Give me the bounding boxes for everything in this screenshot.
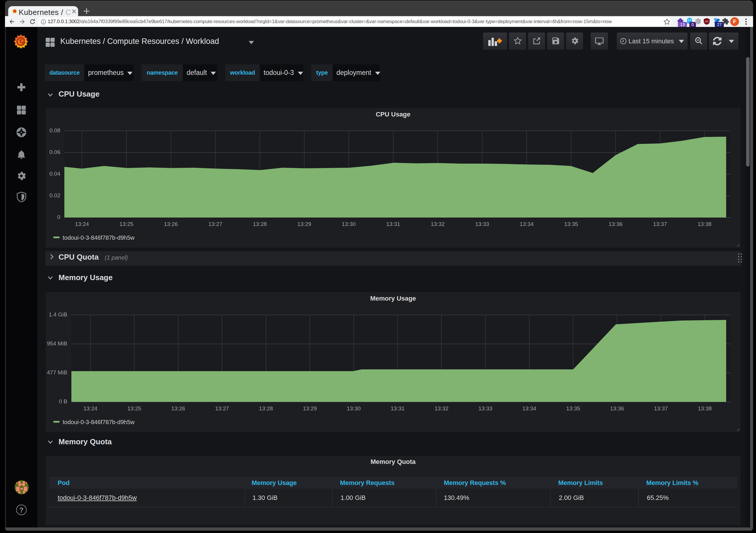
svg-text:uO: uO: [705, 20, 708, 23]
